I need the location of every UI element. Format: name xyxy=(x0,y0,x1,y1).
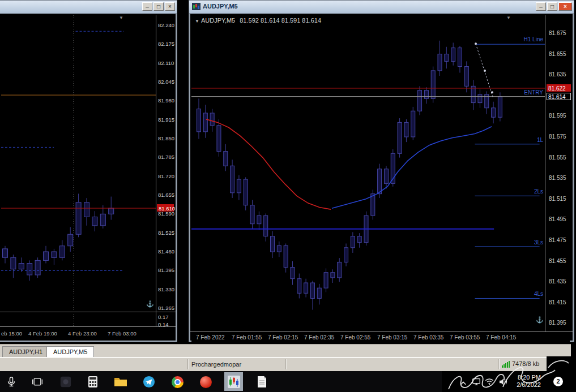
windows-taskbar: 8:20 PM 2/6/2022 2 xyxy=(0,371,576,392)
tray-hidden-icons-button[interactable] xyxy=(456,377,470,390)
candle xyxy=(291,268,295,279)
candle xyxy=(451,48,455,62)
maximize-button[interactable]: □ xyxy=(153,2,164,11)
candle xyxy=(398,122,402,153)
taskbar-file-explorer-button[interactable] xyxy=(114,375,127,389)
price-tick: 81.515 xyxy=(549,196,566,202)
candle xyxy=(44,252,49,260)
price-tick: 81.555 xyxy=(549,154,566,161)
candle xyxy=(404,122,408,137)
axis-separator xyxy=(156,15,156,326)
maximize-icon: □ xyxy=(551,3,554,10)
candle xyxy=(52,252,57,257)
connection-bars-icon xyxy=(502,360,510,368)
price-tick: 81.395 xyxy=(549,320,566,326)
level-label: H1 Line xyxy=(524,36,543,42)
candle xyxy=(384,169,388,184)
price-tick: 81.575 xyxy=(549,133,566,140)
candle xyxy=(424,91,428,99)
taskbar-metatrader-button-active[interactable] xyxy=(224,372,243,391)
indicator-pane-separator[interactable] xyxy=(0,312,176,312)
tray-wifi-button[interactable] xyxy=(483,375,496,389)
taskbar-telegram-button[interactable] xyxy=(142,375,156,389)
time-label: 7 Feb 01:55 xyxy=(232,334,262,341)
candle xyxy=(271,236,275,252)
price-tick: 81.265 xyxy=(158,305,174,311)
close-button[interactable]: × xyxy=(558,2,572,11)
price-tick: 81.535 xyxy=(549,175,566,181)
chart-window-audjpy-m5[interactable]: AUDJPY,M5 _ □ × ▼AUDJPY,M581.592 81.614 … xyxy=(189,0,574,342)
tab-audjpy-m5[interactable]: AUDJPY,M5 xyxy=(46,346,94,357)
wifi-icon xyxy=(484,377,494,387)
chart-body: ▼AUDJPY,M581.592 81.614 81.591 81.614 H1… xyxy=(189,13,574,342)
maximize-icon: □ xyxy=(157,3,160,10)
taskbar-task-view-button[interactable] xyxy=(31,375,44,389)
candle xyxy=(297,279,301,294)
action-center-badge[interactable]: 2 xyxy=(553,377,563,386)
taskbar-chrome-button[interactable] xyxy=(170,375,184,389)
tray-network-button[interactable] xyxy=(470,375,483,389)
candle xyxy=(357,236,361,243)
price-tick: 81.720 xyxy=(158,173,174,179)
chart-window-audjpy-h1[interactable]: _ □ × ▼⚓ 82.24082.17582.11082.04581.9808… xyxy=(0,0,177,342)
time-axis[interactable]: eb 15:004 Feb 19:004 Feb 23:007 Feb 03:0… xyxy=(1,329,174,339)
trendline-marker[interactable] xyxy=(484,70,486,72)
taskbar-app-button-red[interactable] xyxy=(199,375,212,389)
price-tick: 81.455 xyxy=(549,258,566,264)
price-axis[interactable]: 82.24082.17582.11082.04581.98081.91581.8… xyxy=(157,15,174,328)
tray-clock[interactable]: 8:20 PM 2/6/2022 xyxy=(510,374,541,389)
candle xyxy=(244,179,248,205)
taskbar-microphone-button[interactable] xyxy=(5,375,18,389)
microphone-icon xyxy=(6,376,17,387)
minimize-icon: _ xyxy=(146,2,149,8)
anchor-icon: ⚓ xyxy=(146,300,154,308)
time-axis[interactable]: 7 Feb 20227 Feb 01:557 Feb 02:157 Feb 02… xyxy=(191,333,570,343)
task-view-icon xyxy=(32,376,43,387)
window-titlebar[interactable]: _ □ × xyxy=(0,1,177,14)
status-separator xyxy=(187,359,189,369)
candle xyxy=(310,283,314,298)
chart-shift-marker-icon[interactable]: ▼ xyxy=(119,15,123,20)
maximize-button[interactable]: □ xyxy=(547,2,557,11)
chart-window-icon xyxy=(192,3,200,10)
dropdown-marker-icon[interactable]: ▼ xyxy=(195,19,199,24)
chart-canvas[interactable] xyxy=(1,15,156,328)
trendline-marker[interactable] xyxy=(491,91,493,93)
price-marker-box: 81.622 xyxy=(547,84,571,92)
notepad-icon xyxy=(257,376,267,388)
candle xyxy=(76,203,81,234)
level-label: ENTRY xyxy=(524,89,543,96)
price-tick: 81.850 xyxy=(158,135,174,141)
time-label: 4 Feb 23:00 xyxy=(68,330,97,337)
indicator-value: 0.17 xyxy=(158,314,169,320)
chart-plot-area[interactable]: ▼AUDJPY,M581.592 81.614 81.591 81.614 H1… xyxy=(191,15,545,331)
taskbar-notepad-button[interactable] xyxy=(255,375,268,389)
tab-audjpy-h1[interactable]: AUDJPY,H1 xyxy=(2,346,49,357)
chart-shift-marker-icon[interactable]: ▼ xyxy=(506,15,511,20)
volume-icon xyxy=(498,377,508,387)
taskbar-calculator-button[interactable] xyxy=(86,375,100,389)
time-label: eb 15:00 xyxy=(1,330,22,337)
price-axis[interactable]: 81.67581.65581.63581.61581.59581.57581.5… xyxy=(547,15,571,331)
time-label: 7 Feb 02:55 xyxy=(340,334,370,341)
close-button[interactable]: × xyxy=(165,2,175,11)
candle xyxy=(59,246,65,258)
minimize-button[interactable]: _ xyxy=(142,2,152,11)
window-titlebar[interactable]: AUDJPY,M5 _ □ × xyxy=(189,1,574,14)
tray-volume-button[interactable] xyxy=(496,375,510,389)
price-tick: 81.475 xyxy=(549,237,566,243)
candle xyxy=(237,179,241,193)
time-label: 7 Feb 03:15 xyxy=(377,334,407,341)
chart-plot-area[interactable]: ▼⚓ xyxy=(1,15,156,328)
candle xyxy=(351,236,355,248)
minimize-button[interactable]: _ xyxy=(536,2,546,11)
candle xyxy=(478,94,482,103)
chart-canvas[interactable] xyxy=(191,15,545,331)
desktop: _ □ × ▼⚓ 82.24082.17582.11082.04581.9808… xyxy=(0,0,576,392)
candle xyxy=(210,113,214,126)
taskbar-app-button-dark[interactable] xyxy=(59,375,72,389)
level-label: 2Ls xyxy=(534,188,543,195)
trendline-marker[interactable] xyxy=(475,42,477,45)
close-icon: × xyxy=(564,3,567,10)
indicator-pane-separator[interactable] xyxy=(0,326,176,327)
